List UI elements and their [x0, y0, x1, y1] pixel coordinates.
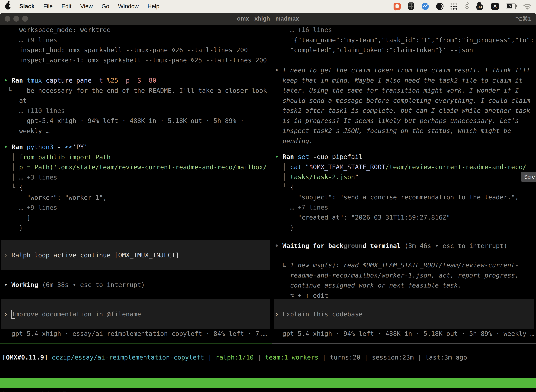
- terminal-line: … +16 lines: [275, 25, 534, 35]
- pane-border-bottom-left: [0, 344, 272, 344]
- tmux-status-bar: [omx-cczip0:bash* "MacBook-Pro-44.local"…: [0, 378, 536, 388]
- screen: Slack File Edit View Go Window Help: [0, 0, 536, 392]
- terminal-line: is in progress? It seems likely but perh…: [275, 116, 530, 126]
- terminal-line: '{"team_name":"my-team","task_id":"1","f…: [275, 35, 534, 45]
- terminal-line: │ cat "$OMX_TEAM_STATE_ROOT/team/review-…: [275, 162, 526, 172]
- omx-status-line: [OMX#0.11.9] cczip/essay/ai-reimplementa…: [2, 352, 467, 363]
- terminal-line: "subject": "send a concise recommendatio…: [275, 192, 526, 202]
- terminal-pane-right[interactable]: … +16 lines '{"team_name":"my-team","tas…: [0, 0, 536, 392]
- tmux-session-label: [omx-cczip0:bash*: [2, 388, 67, 392]
- terminal-line: • Ran set -euo pipefail: [275, 152, 526, 162]
- terminal-line: ⌥ + ↑ edit: [275, 290, 519, 301]
- terminal-line: keep that in mind. Maybe I also need the…: [275, 75, 530, 85]
- pane-divider-vertical[interactable]: [272, 25, 273, 344]
- terminal-line: … +7 lines: [275, 202, 526, 213]
- terminal-line: gpt-5.4 xhigh · 94% left · 488K in · 5.1…: [275, 329, 534, 339]
- terminal-line: └ {: [275, 182, 526, 192]
- terminal-line: • I need to get the claim token from the…: [275, 65, 530, 75]
- terminal-line: │ tasks/task-2.json": [275, 172, 526, 182]
- terminal-line: later. Using the same for transition mig…: [275, 85, 530, 96]
- terminal-line: pending.: [275, 136, 530, 146]
- terminal-line: task2 after task1 is complete, but can I…: [275, 106, 530, 116]
- terminal-line: › Explain this codebase: [275, 309, 363, 319]
- terminal-line: should send a message before completing …: [275, 96, 530, 106]
- terminal-line: "created_at": "2026-03-31T11:59:27.816Z": [275, 212, 526, 223]
- terminal-line: readme-and-reco/mailbox/worker-1.json, a…: [275, 270, 519, 280]
- terminal-line: continue assigned work or next feasible …: [275, 280, 519, 290]
- terminal-line: }: [275, 223, 526, 233]
- terminal-line: • Waiting for background terminal (3m 46…: [275, 241, 507, 251]
- pane-border-bottom-right: [273, 344, 536, 344]
- terminal-line: inspect task2's JSON, focusing on the st…: [275, 126, 530, 136]
- terminal-line: ↳ 1 new msg(s): read $OMX_TEAM_STATE_ROO…: [275, 260, 519, 270]
- screen-notification: Scre: [521, 172, 536, 182]
- terminal-line: "completed","claim_token":"claim-token"}…: [275, 45, 534, 55]
